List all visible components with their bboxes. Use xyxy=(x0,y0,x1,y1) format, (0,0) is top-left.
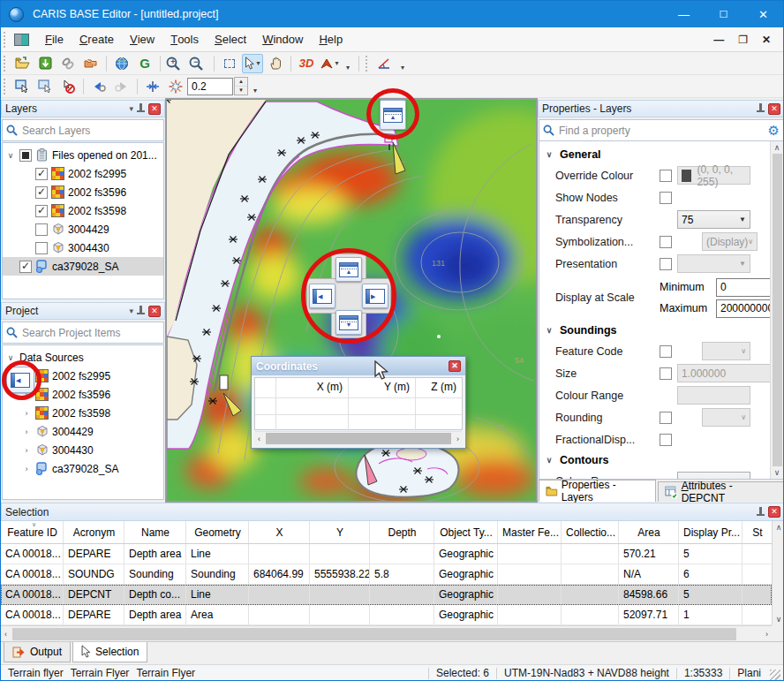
col-depth[interactable]: Depth xyxy=(370,521,434,543)
table-row[interactable]: CA 00018...DEPARE Depth areaArea Geograp… xyxy=(1,605,772,625)
coordinates-titlebar[interactable]: Coordinates ✕ xyxy=(252,357,465,375)
col-x[interactable]: X xyxy=(249,521,310,543)
collapse-icon[interactable]: ∨ xyxy=(544,326,554,335)
select-tool-button[interactable]: ▾ xyxy=(242,54,263,73)
expander-icon[interactable]: ∨ xyxy=(5,353,16,362)
rounding-checkbox[interactable] xyxy=(660,412,672,424)
table-row-selected[interactable]: CA 00018...DEPCNT Depth co...Line Geogra… xyxy=(1,585,772,605)
selection-panel-header[interactable]: Selection ✕ xyxy=(1,503,784,521)
pin-icon[interactable] xyxy=(137,306,145,316)
contours-colour-range-dropdown[interactable]: ▼ xyxy=(677,472,750,480)
close-icon[interactable]: ✕ xyxy=(449,360,461,372)
project-item[interactable]: › 3004429 xyxy=(3,422,163,441)
close-button[interactable]: ✕ xyxy=(743,1,783,27)
property-search[interactable]: ⚙ xyxy=(539,119,784,141)
expander-icon[interactable]: › xyxy=(21,465,32,473)
col-display-priority[interactable]: Display Pr... xyxy=(679,521,743,543)
col-geometry[interactable]: Geometry xyxy=(186,521,249,543)
zoom-window-button[interactable] xyxy=(219,54,240,73)
scrollbar-thumb[interactable] xyxy=(12,628,736,640)
coord-row[interactable] xyxy=(255,398,462,415)
section-contours[interactable]: ∨Contours xyxy=(539,450,770,470)
presentation-dropdown[interactable]: ▼ xyxy=(677,254,750,273)
tab-output[interactable]: Output xyxy=(4,642,71,662)
col-master-feature[interactable]: Master Fe... xyxy=(498,521,562,543)
tab-selection[interactable]: Selection xyxy=(72,642,147,662)
open-project-button[interactable] xyxy=(11,54,33,73)
measure-angle-button[interactable] xyxy=(373,54,395,73)
menu-view[interactable]: View xyxy=(122,27,162,51)
properties-panel-header[interactable]: Properties - Layers ✕ xyxy=(538,100,784,117)
coord-col-x[interactable]: X (m) xyxy=(276,378,349,398)
tree-root[interactable]: ∨ Data Sources xyxy=(3,348,163,367)
property-search-input[interactable] xyxy=(559,125,760,137)
project-panel-header[interactable]: Project ▾ ✕ xyxy=(1,302,165,320)
resize-grip[interactable] xyxy=(770,670,780,680)
select-all-button[interactable] xyxy=(11,77,33,96)
3d-view-button[interactable]: 3D xyxy=(296,54,317,73)
project-search-input[interactable] xyxy=(22,327,160,339)
symbolization-dropdown[interactable]: (Display)∨ xyxy=(702,232,758,251)
coord-col-y[interactable]: Y (m) xyxy=(349,378,416,398)
collapse-icon[interactable]: ∨ xyxy=(544,150,554,159)
col-feature-id[interactable]: ∨Feature ID xyxy=(1,521,64,543)
size-checkbox[interactable] xyxy=(660,367,672,380)
pin-icon[interactable] xyxy=(757,103,765,114)
show-nodes-checkbox[interactable] xyxy=(660,192,672,204)
layer-checkbox[interactable] xyxy=(35,223,48,236)
google-earth-button[interactable]: G xyxy=(134,54,155,73)
web-map-button[interactable] xyxy=(111,54,132,73)
col-status[interactable]: St xyxy=(743,521,772,543)
zoom-in-button[interactable]: + xyxy=(165,54,186,73)
select-partial-button[interactable] xyxy=(34,77,56,96)
col-object-type[interactable]: Object Ty... xyxy=(434,521,498,543)
toolbar-overflow-button[interactable]: ▾ xyxy=(253,87,257,97)
expander-icon[interactable]: › xyxy=(21,428,32,436)
tab-properties-layers[interactable]: Properties - Layers xyxy=(539,480,656,502)
previous-selection-button[interactable] xyxy=(88,77,109,96)
child-restore-button[interactable]: ❐ xyxy=(738,34,748,46)
layer-item-selected[interactable]: ca379028_SA xyxy=(3,257,163,276)
collapse-icon[interactable]: ∨ xyxy=(544,456,554,465)
gear-icon[interactable]: ⚙ xyxy=(768,123,780,139)
layer-checkbox[interactable] xyxy=(35,168,48,180)
layer-checkbox[interactable] xyxy=(19,261,32,273)
colour-range-dropdown[interactable] xyxy=(677,386,750,405)
pin-icon[interactable] xyxy=(137,103,145,114)
col-area[interactable]: Area xyxy=(619,521,679,543)
toolbar-overflow-button[interactable]: ▾ xyxy=(346,64,350,74)
snap-radius-button[interactable] xyxy=(165,77,186,96)
symbolization-checkbox[interactable] xyxy=(660,236,672,248)
layer-item[interactable]: 2002 fs3598 xyxy=(3,201,163,220)
close-icon[interactable]: ✕ xyxy=(148,103,161,115)
layer-item[interactable]: ∨ Files opened on 201... xyxy=(3,146,163,164)
layers-search[interactable] xyxy=(2,119,164,141)
dock-edge-top[interactable]: ▲ xyxy=(380,100,406,130)
feature-code-checkbox[interactable] xyxy=(660,345,672,358)
tolerance-spinner[interactable]: ▲▼ xyxy=(234,77,248,95)
menu-file[interactable]: File xyxy=(37,27,72,51)
table-header-row[interactable]: ∨Feature ID Acronym Name Geometry X Y De… xyxy=(1,521,772,544)
pan-button[interactable] xyxy=(265,54,286,73)
menu-window[interactable]: Window xyxy=(254,27,311,51)
dock-target-up[interactable]: ▲ xyxy=(335,257,362,282)
col-acronym[interactable]: Acronym xyxy=(64,521,124,543)
project-item[interactable]: › 2002 fs3598 xyxy=(3,404,163,422)
dock-edge-left[interactable]: ◀ xyxy=(6,367,34,393)
child-minimize-button[interactable]: — xyxy=(713,34,724,46)
expander-icon[interactable]: › xyxy=(21,446,32,455)
snap-button[interactable] xyxy=(142,77,163,96)
close-icon[interactable]: ✕ xyxy=(148,306,161,317)
selection-vscrollbar[interactable]: ∧∨ xyxy=(772,521,784,625)
toolbar-grip[interactable] xyxy=(4,32,8,48)
child-close-button[interactable]: ✕ xyxy=(762,34,771,46)
table-row[interactable]: CA 00018...SOUNDG SoundingSounding 68406… xyxy=(1,564,772,585)
layer-checkbox[interactable] xyxy=(35,186,48,199)
layer-checkbox[interactable] xyxy=(35,242,48,254)
toolbar-grip[interactable] xyxy=(4,79,8,95)
dock-target-down[interactable]: ▼ xyxy=(335,310,362,335)
project-item[interactable]: › ca379028_SA xyxy=(3,459,163,478)
next-selection-button[interactable] xyxy=(111,77,132,96)
title-bar[interactable]: CARIS BASE Editor - [untitled.project] —… xyxy=(1,1,783,27)
section-general[interactable]: ∨General xyxy=(539,145,770,164)
